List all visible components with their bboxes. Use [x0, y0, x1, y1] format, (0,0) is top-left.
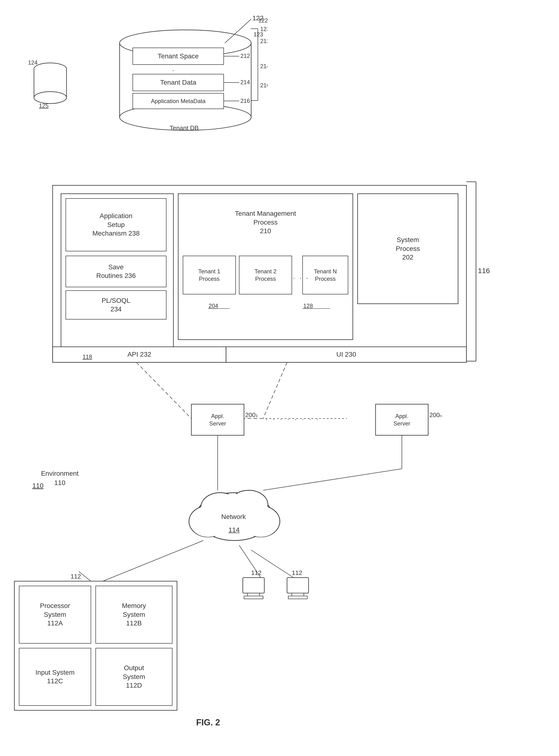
- save-routines-box: Save Routines 236: [66, 256, 166, 287]
- svg-line-29: [263, 362, 287, 418]
- memory-box: Memory System 112B: [96, 586, 172, 643]
- svg-text:110: 110: [32, 483, 44, 489]
- ref-200N: 200ₙ: [429, 411, 442, 419]
- terminal2: [284, 576, 312, 605]
- tenant-mgmt-box: Tenant Management Process 210: [178, 194, 353, 251]
- svg-rect-64: [248, 593, 260, 596]
- memory-label: Memory System 112B: [122, 601, 146, 627]
- system-process-box: System Process 202: [358, 194, 458, 304]
- svg-rect-66: [287, 578, 309, 593]
- tenantN-box: Tenant N Process: [303, 256, 348, 294]
- diagram: 122 123 212 214 216 Tenant DB Sys.DB 124…: [0, 0, 559, 756]
- processor-box: Processor System 112A: [19, 586, 91, 643]
- ref-204: 204: [208, 302, 218, 309]
- app-metadata-box: Application MetaData: [133, 93, 224, 109]
- tenant1-box: Tenant 1 Process: [183, 256, 236, 294]
- appl-server2-box: Appl. Server: [376, 404, 428, 435]
- svg-rect-65: [244, 596, 263, 599]
- server-dots: · · · · · · · ·: [266, 416, 320, 423]
- svg-point-50: [34, 92, 67, 104]
- ref-2001: 200₁: [245, 411, 258, 419]
- tenant-db-label: Tenant DB: [148, 124, 220, 132]
- tenant-data-label: Tenant Data: [160, 78, 196, 87]
- tenant1-label: Tenant 1 Process: [198, 268, 220, 282]
- input-label: Input System 112C: [36, 668, 74, 686]
- ref-112-term2: 112: [292, 569, 302, 577]
- plsoql-label: PL/SOQL 234: [102, 296, 130, 314]
- svg-rect-63: [243, 578, 264, 593]
- ui-label: UI 230: [336, 350, 356, 359]
- output-box: Output System 112D: [96, 648, 172, 706]
- svg-rect-67: [292, 593, 304, 596]
- fig-label: FIG. 2: [196, 717, 220, 728]
- ref-128: 128: [303, 302, 313, 309]
- svg-text:212: 212: [260, 38, 267, 44]
- processor-label: Processor System 112A: [40, 601, 70, 627]
- svg-text:216: 216: [260, 82, 267, 89]
- tenant-space-label: Tenant Space: [158, 52, 199, 61]
- tenant2-box: Tenant 2 Process: [239, 256, 292, 294]
- app-metadata-label: Application MetaData: [151, 97, 205, 105]
- svg-text:122: 122: [252, 14, 264, 22]
- terminal1: [239, 576, 268, 605]
- tenant2-label: Tenant 2 Process: [254, 268, 276, 282]
- app-setup-box: Application Setup Mechanism 238: [66, 199, 166, 251]
- plsoql-box: PL/SOQL 234: [66, 291, 166, 319]
- ui-bar: UI 230: [226, 347, 466, 362]
- tenant-data-box: Tenant Data: [133, 74, 224, 91]
- api-bar: API 232: [53, 347, 226, 362]
- svg-line-27: [136, 362, 192, 418]
- ref-112-top: 112: [71, 573, 81, 580]
- tenantN-label: Tenant N Process: [314, 268, 337, 282]
- svg-text:Network: Network: [221, 513, 246, 521]
- svg-text:214: 214: [260, 63, 267, 69]
- tenant-mgmt-label: Tenant Management Process 210: [235, 209, 296, 235]
- ref-110-underline: 110: [24, 483, 72, 490]
- ref-123-bracket: 123 212 214 216: [248, 26, 267, 103]
- app-setup-label: Application Setup Mechanism 238: [92, 212, 140, 238]
- ref-114: 114: [228, 526, 240, 534]
- appl-server2-label: Appl. Server: [394, 412, 410, 427]
- input-box: Input System 112C: [19, 648, 91, 706]
- system-process-label: System Process 202: [396, 235, 420, 262]
- output-label: Output System 112D: [123, 664, 145, 690]
- svg-line-69: [225, 19, 251, 43]
- api-label: API 232: [128, 350, 151, 359]
- save-routines-label: Save Routines 236: [96, 263, 136, 280]
- svg-text:123: 123: [260, 26, 267, 32]
- sys-db-cylinder: [31, 62, 69, 110]
- network-cloud: Network: [186, 481, 297, 548]
- svg-rect-68: [288, 596, 307, 599]
- ref-116: 116: [478, 267, 490, 275]
- appl-server1-label: Appl. Server: [209, 412, 226, 427]
- tenant-db-dots: ·: [172, 67, 174, 74]
- ref-112-term1: 112: [251, 569, 262, 577]
- tenant-space-box: Tenant Space: [133, 48, 224, 65]
- appl-server1-box: Appl. Server: [192, 404, 244, 435]
